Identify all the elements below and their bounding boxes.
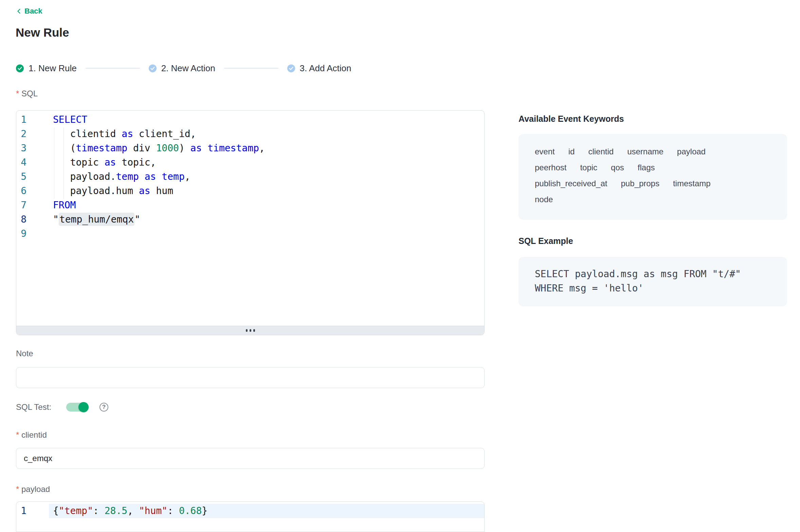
keywords-panel-title: Available Event Keywords bbox=[519, 114, 624, 124]
code-line-content: clientid as client_id, bbox=[53, 127, 196, 141]
clientid-input[interactable] bbox=[16, 448, 485, 469]
code-line: 3 (timestamp div 1000) as timestamp, bbox=[16, 141, 484, 155]
sql-code-editor[interactable]: 1SELECT2 clientid as client_id,3 (timest… bbox=[16, 110, 485, 335]
indent-guide bbox=[54, 128, 54, 199]
event-keyword: pub_props bbox=[621, 175, 659, 191]
event-keyword: clientid bbox=[588, 144, 614, 159]
event-keyword: id bbox=[568, 144, 575, 159]
required-asterisk: * bbox=[16, 430, 21, 439]
indent-guide bbox=[63, 128, 64, 199]
code-line: 1SELECT bbox=[16, 113, 484, 127]
code-line: 1{"temp": 28.5, "hum": 0.68} bbox=[16, 504, 484, 518]
event-keyword: payload bbox=[677, 144, 706, 159]
stepper-connector bbox=[86, 68, 140, 69]
sql-example-line: SELECT payload.msg as msg FROM "t/#" bbox=[535, 267, 771, 281]
code-line: 4 topic as topic, bbox=[16, 155, 484, 170]
line-number: 1 bbox=[16, 504, 26, 518]
step-label: 1. New Rule bbox=[29, 63, 77, 74]
code-line: 7FROM bbox=[16, 198, 484, 212]
code-line-content: (timestamp div 1000) as timestamp, bbox=[53, 141, 265, 155]
step-check-icon bbox=[149, 64, 157, 72]
line-number: 4 bbox=[16, 155, 26, 170]
back-label: Back bbox=[24, 7, 42, 16]
resize-dot bbox=[250, 329, 251, 332]
keyword-row: peerhosttopicqosflags bbox=[535, 159, 771, 175]
sql-example-title: SQL Example bbox=[519, 236, 573, 246]
resize-dot bbox=[246, 329, 248, 332]
sql-field-label: * SQL bbox=[16, 89, 38, 98]
event-keyword: timestamp bbox=[673, 175, 711, 191]
code-line-content: payload.temp as temp, bbox=[53, 170, 190, 184]
event-keyword: publish_received_at bbox=[535, 175, 607, 191]
event-keywords-panel: eventidclientidusernamepayloadpeerhostto… bbox=[519, 134, 787, 220]
code-line-content: FROM bbox=[53, 198, 76, 212]
payload-editor-code-area[interactable]: 1{"temp": 28.5, "hum": 0.68} bbox=[16, 502, 484, 532]
line-number: 6 bbox=[16, 184, 26, 198]
step-check-icon bbox=[16, 64, 24, 72]
stepper-step-3[interactable]: 3. Add Action bbox=[287, 63, 351, 74]
payload-field-label: * payload bbox=[16, 484, 50, 494]
payload-code-editor[interactable]: 1{"temp": 28.5, "hum": 0.68} bbox=[16, 501, 485, 532]
event-keyword: qos bbox=[611, 159, 624, 175]
code-line: 8"temp_hum/emqx" bbox=[16, 212, 484, 227]
event-keyword: event bbox=[535, 144, 555, 159]
chevron-left-icon bbox=[16, 8, 22, 15]
step-label: 2. New Action bbox=[161, 63, 215, 74]
event-keyword: flags bbox=[638, 159, 655, 175]
editor-resize-handle[interactable] bbox=[16, 326, 484, 335]
sql-editor-code-area[interactable]: 1SELECT2 clientid as client_id,3 (timest… bbox=[16, 111, 484, 326]
sql-example-panel: SELECT payload.msg as msg FROM "t/#"WHER… bbox=[519, 257, 787, 306]
keyword-row: eventidclientidusernamepayload bbox=[535, 144, 771, 159]
keyword-row: publish_received_atpub_propstimestamp bbox=[535, 175, 771, 191]
code-line: 6 payload.hum as hum bbox=[16, 184, 484, 198]
clientid-field-label: * clientid bbox=[16, 430, 47, 440]
line-number: 1 bbox=[16, 113, 26, 127]
code-line-content: payload.hum as hum bbox=[53, 184, 173, 198]
sql-test-label: SQL Test: bbox=[16, 402, 51, 412]
step-label: 3. Add Action bbox=[300, 63, 351, 74]
new-rule-page: Back New Rule 1. New Rule2. New Action3.… bbox=[0, 0, 800, 532]
note-field-label: Note bbox=[16, 349, 33, 358]
line-number: 3 bbox=[16, 141, 26, 155]
note-input[interactable] bbox=[16, 367, 485, 388]
page-title: New Rule bbox=[16, 26, 69, 39]
event-keyword: username bbox=[627, 144, 663, 159]
sql-example-line: WHERE msg = 'hello' bbox=[535, 281, 771, 296]
help-icon[interactable]: ? bbox=[99, 403, 108, 412]
line-number: 9 bbox=[16, 227, 26, 241]
event-keyword: topic bbox=[580, 159, 597, 175]
stepper-step-1[interactable]: 1. New Rule bbox=[16, 63, 77, 74]
step-check-icon bbox=[287, 64, 295, 72]
code-line: 9 bbox=[16, 227, 484, 241]
back-button[interactable]: Back bbox=[16, 7, 42, 16]
line-number: 7 bbox=[16, 198, 26, 212]
code-line-content: {"temp": 28.5, "hum": 0.68} bbox=[49, 504, 484, 518]
code-line: 2 clientid as client_id, bbox=[16, 127, 484, 141]
code-line-content: "temp_hum/emqx" bbox=[53, 212, 140, 227]
line-number: 8 bbox=[16, 212, 26, 227]
required-asterisk: * bbox=[16, 89, 21, 98]
keyword-row: node bbox=[535, 191, 771, 207]
sql-test-toggle[interactable] bbox=[66, 403, 88, 412]
toggle-knob bbox=[78, 402, 89, 412]
stepper-step-2[interactable]: 2. New Action bbox=[149, 63, 215, 74]
code-line-content: SELECT bbox=[53, 113, 87, 127]
line-number: 2 bbox=[16, 127, 26, 141]
code-line: 5 payload.temp as temp, bbox=[16, 170, 484, 184]
sql-test-row: SQL Test: ? bbox=[16, 402, 108, 412]
stepper-connector bbox=[224, 68, 278, 69]
line-number: 5 bbox=[16, 170, 26, 184]
resize-dot bbox=[253, 329, 255, 332]
event-keyword: node bbox=[535, 191, 553, 207]
code-line-content: topic as topic, bbox=[53, 155, 156, 170]
event-keyword: peerhost bbox=[535, 159, 566, 175]
required-asterisk: * bbox=[16, 484, 21, 494]
stepper: 1. New Rule2. New Action3. Add Action bbox=[16, 63, 351, 73]
